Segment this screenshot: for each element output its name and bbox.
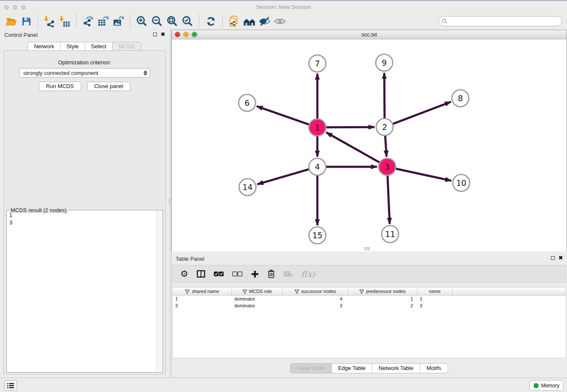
network-graph[interactable]: 7968124314101511: [172, 40, 567, 251]
network-canvas[interactable]: 7968124314101511: [172, 40, 567, 251]
graph-edge-3-11[interactable]: [388, 176, 390, 224]
houses-glyph: [243, 15, 256, 28]
toggle-panel-icon[interactable]: [197, 270, 205, 278]
hide-graphics-details-icon[interactable]: [257, 14, 272, 28]
toolbar-separator: [76, 14, 77, 28]
deselect-all-icon[interactable]: [232, 271, 242, 277]
graph-node-15[interactable]: 15: [309, 227, 326, 244]
graph-node-4[interactable]: 4: [309, 158, 326, 175]
table-cell[interactable]: dominator: [232, 295, 283, 302]
network-minimize-icon[interactable]: −: [183, 32, 189, 37]
graph-node-14[interactable]: 14: [239, 179, 256, 196]
tab-network-table[interactable]: Network Table: [372, 364, 420, 373]
mcds-result-item[interactable]: 1: [7, 212, 156, 219]
table-cell[interactable]: 2: [348, 302, 417, 309]
close-panel-button[interactable]: Close panel: [87, 82, 131, 91]
graph-edge-4-14[interactable]: [257, 169, 309, 184]
table-cell[interactable]: 3: [283, 302, 348, 309]
column-header-name[interactable]: name: [417, 287, 453, 295]
table-cell[interactable]: dominator: [232, 302, 283, 309]
graph-edge-2-9[interactable]: [384, 73, 385, 118]
column-header-mcds-role[interactable]: MCDS role: [232, 287, 283, 295]
column-header-shared-name[interactable]: shared name: [173, 287, 232, 295]
run-mcds-button[interactable]: Run MCDS: [39, 82, 81, 91]
export-network-icon[interactable]: [80, 14, 96, 28]
graph-edge-2-3[interactable]: [385, 136, 386, 157]
zoom-out-icon[interactable]: [149, 14, 165, 28]
first-neighbors-icon[interactable]: [242, 14, 257, 28]
import-network-icon[interactable]: [42, 14, 57, 28]
settings-gear-icon[interactable]: ⚙: [180, 270, 188, 278]
graph-node-6[interactable]: 6: [239, 94, 256, 111]
table-cell[interactable]: 1: [173, 295, 232, 302]
save-session-icon[interactable]: [19, 14, 34, 28]
zoom-selected-icon[interactable]: [180, 14, 195, 28]
mcds-result-box: MCDS result (2 nodes) 13: [6, 210, 163, 373]
task-history-button[interactable]: [4, 380, 17, 391]
export-image-icon[interactable]: [111, 14, 126, 28]
mcds-panel: Optimization criterion: strongly connect…: [3, 50, 166, 375]
open-file-icon[interactable]: [3, 14, 19, 28]
delete-column-icon[interactable]: [267, 270, 275, 278]
tab-motifs[interactable]: Motifs: [420, 364, 448, 373]
mcds-result-item[interactable]: 3: [7, 219, 156, 226]
app-window: Session: New Session: [0, 0, 567, 392]
table-cell[interactable]: 1: [348, 295, 417, 302]
add-column-icon[interactable]: [251, 270, 259, 278]
svg-text:9: 9: [382, 58, 387, 67]
float-table-panel-icon[interactable]: [551, 256, 555, 260]
graph-edge-2-8[interactable]: [393, 102, 451, 124]
export-table-icon[interactable]: [96, 14, 111, 28]
show-navigator-icon[interactable]: [272, 14, 287, 28]
graph-node-3[interactable]: 3: [379, 158, 396, 175]
close-table-panel-icon[interactable]: ✖: [559, 256, 563, 260]
tab-select[interactable]: Select: [85, 42, 113, 51]
zoom-fit-icon[interactable]: [165, 14, 180, 28]
network-maximize-icon[interactable]: +: [192, 32, 197, 37]
graph-node-11[interactable]: 11: [382, 226, 399, 243]
table-row[interactable]: 1dominator411: [173, 295, 566, 302]
horizontal-splitter-grip[interactable]: [364, 247, 370, 250]
table-cell[interactable]: 3: [173, 302, 232, 309]
tab-style[interactable]: Style: [60, 42, 85, 51]
table-cell[interactable]: 4: [283, 295, 348, 302]
duplicate-network-icon[interactable]: [226, 14, 242, 28]
optimization-criterion-select[interactable]: strongly connected component: [19, 68, 150, 77]
graph-node-9[interactable]: 9: [376, 54, 393, 71]
graph-node-7[interactable]: 7: [309, 55, 326, 72]
graph-node-8[interactable]: 8: [452, 90, 469, 107]
table-panel-header: Table Panel ✖: [171, 253, 567, 265]
mcds-result-scrollbar[interactable]: [156, 211, 162, 372]
function-builder-icon: f(x): [301, 269, 315, 279]
refresh-icon[interactable]: [203, 14, 218, 28]
table-body: 1dominator4113dominator323: [173, 295, 566, 309]
table-cell[interactable]: 3: [417, 302, 453, 309]
close-panel-icon[interactable]: ✖: [161, 32, 165, 36]
table-row[interactable]: 3dominator323: [173, 302, 566, 309]
import-table-icon[interactable]: [57, 14, 72, 28]
attribute-icon: [295, 289, 299, 294]
graph-node-1[interactable]: 1: [309, 119, 326, 136]
graph-edge-1-2[interactable]: [326, 127, 374, 127]
table-cell[interactable]: 1: [417, 295, 453, 302]
graph-node-10[interactable]: 10: [453, 174, 470, 191]
search-field[interactable]: [438, 16, 562, 26]
network-close-icon[interactable]: x: [175, 32, 180, 37]
tab-network[interactable]: Network: [28, 42, 61, 51]
graph-edge-3-10[interactable]: [396, 168, 451, 180]
search-input[interactable]: [449, 18, 561, 25]
tab-node-table[interactable]: Node Table: [291, 364, 331, 373]
table-toolbar: ⚙: [172, 265, 566, 283]
column-header-predecessor-nodes[interactable]: predecessor nodes: [348, 287, 417, 295]
zoom-in-icon[interactable]: [134, 14, 149, 28]
graph-edge-1-6[interactable]: [257, 106, 309, 124]
memory-button[interactable]: Memory: [529, 380, 564, 391]
float-panel-icon[interactable]: [153, 33, 157, 36]
graph-node-2[interactable]: 2: [376, 119, 393, 135]
tab-edge-table[interactable]: Edge Table: [331, 364, 372, 373]
graph-edge-3-1[interactable]: [326, 133, 380, 163]
tab-mcds[interactable]: MCDS: [112, 42, 141, 51]
floppy-icon: [21, 16, 32, 27]
select-all-icon[interactable]: [214, 271, 224, 277]
column-header-successor-nodes[interactable]: successor nodes: [283, 287, 348, 295]
